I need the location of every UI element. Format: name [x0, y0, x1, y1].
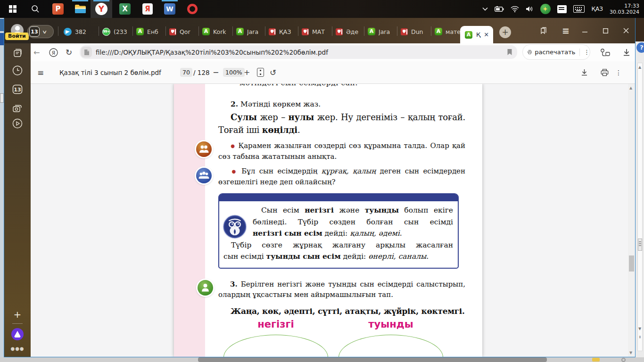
rotate-icon[interactable]: ↺: [270, 61, 276, 83]
downloads-icon[interactable]: [623, 43, 630, 61]
taskbar-yandex-browser-icon[interactable]: Y: [91, 0, 112, 18]
tabs-panel-icon[interactable]: [12, 48, 23, 58]
battery-icon[interactable]: [495, 6, 504, 12]
alice-assistant-icon[interactable]: [10, 327, 25, 341]
pdf-scrollbar[interactable]: ▲ ▼: [628, 84, 635, 357]
tab[interactable]: AKork: [202, 25, 226, 38]
back-icon[interactable]: ←: [33, 43, 43, 61]
zoom-in-icon[interactable]: +: [244, 61, 250, 83]
book-page: мәтіндегі сын есімдерді сан. 2. Мәтінді …: [174, 84, 482, 357]
clipped-text-line: мәтіндегі сын есімдерді сан.: [218, 84, 465, 90]
file-icon: [81, 47, 92, 58]
rule-line-5: сын есімді туынды сын есім дейді: өнерлі…: [223, 251, 453, 263]
pinned-tab-telegram[interactable]: 382: [64, 25, 86, 38]
collections-flag-icon[interactable]: [536, 18, 550, 43]
bullet-task-2: ● Бұл сын есімдердің құрғақ, қалың деген…: [218, 166, 465, 187]
grammar-rule-box: Сын есім негізгі және туынды болып екіге…: [218, 193, 459, 269]
taskbar-opera-icon[interactable]: [183, 0, 201, 18]
a-site-icon: A: [236, 28, 244, 35]
calendar-13-icon[interactable]: 13: [12, 84, 23, 95]
taskbar-powerpoint-icon[interactable]: P: [49, 0, 67, 18]
shield-site-icon: [169, 28, 176, 35]
pdf-download-icon[interactable]: [581, 61, 588, 83]
exercise-3-heading: 3. Берілген негізгі және туынды сын есім…: [218, 279, 465, 300]
shield-site-icon: [401, 28, 408, 35]
rule-line-2: бөлінеді. Түбір сөзден болған сын есімді: [253, 216, 453, 228]
taskbar-excel-icon[interactable]: X: [116, 0, 134, 18]
tab-group-pill[interactable]: 13 ∨: [27, 25, 54, 38]
window-close[interactable]: [620, 18, 632, 43]
start-button[interactable]: [4, 0, 22, 18]
a-site-icon: A: [368, 28, 375, 35]
reload-icon[interactable]: ↻: [66, 43, 75, 61]
history-icon[interactable]: [12, 65, 23, 76]
window-minimize[interactable]: [578, 18, 591, 43]
telegram-icon: [64, 28, 72, 36]
background-window-bottom: [0, 357, 644, 362]
scroll-down-icon[interactable]: ▼: [629, 351, 632, 355]
new-tab-button[interactable]: +: [499, 26, 511, 38]
address-bar: ← Я ↻ file:///D:/ОҚУЛЫҚТАР/Қазақ%20тілі%…: [31, 43, 635, 61]
scroll-up-icon[interactable]: ▲: [629, 86, 632, 90]
pdf-filename: Қазақ тілі 3 сынып 2 бөлім.pdf: [59, 61, 161, 83]
yandex-services-icon[interactable]: Я: [49, 43, 58, 61]
bookmark-flag-icon[interactable]: [507, 49, 512, 56]
taskbar-explorer-icon[interactable]: [71, 0, 89, 18]
zoom-out-icon[interactable]: −: [213, 61, 219, 83]
tab[interactable]: Dun: [401, 25, 423, 38]
exercise-2-heading: 2. Мәтінді көркем жаз.: [218, 99, 465, 108]
notifications-icon[interactable]: [557, 5, 567, 13]
background-window-edge: ? ▲ ▼ ⇞: [636, 18, 644, 362]
pdf-more-icon[interactable]: ⋮: [615, 61, 622, 83]
tab[interactable]: AЕнб: [136, 25, 158, 38]
taskbar-search-icon[interactable]: [26, 0, 44, 18]
signin-badge[interactable]: Войти: [5, 33, 29, 40]
antivirus-icon[interactable]: [540, 4, 551, 14]
pdf-sidebar-toggle-icon[interactable]: ≡: [37, 61, 44, 83]
a-site-icon: A: [136, 28, 144, 35]
label-basic: негізгі: [223, 319, 328, 330]
tab[interactable]: Qor: [169, 25, 190, 38]
pdf-print-icon[interactable]: [601, 61, 609, 83]
pdf-view-area: мәтіндегі сын есімдерді сан. 2. Мәтінді …: [31, 84, 628, 357]
taskbar-yandex-icon[interactable]: Я: [139, 0, 157, 18]
tab[interactable]: AJara: [236, 25, 258, 38]
taskbar-word-icon[interactable]: W: [161, 0, 179, 18]
browser-menu-icon[interactable]: ≡: [560, 18, 572, 43]
sidebar-more-icon[interactable]: ●●●: [10, 346, 24, 351]
window-maximize[interactable]: [599, 18, 611, 43]
tab-group-count: 13: [29, 26, 40, 37]
collections-icon[interactable]: [600, 43, 611, 61]
tab[interactable]: Әде: [336, 25, 358, 38]
pinned-tab-whatsapp[interactable]: 99+ (233: [102, 25, 127, 38]
label-derived: туынды: [339, 319, 443, 330]
print-options-icon[interactable]: ⋮: [584, 49, 590, 56]
wifi-icon[interactable]: [511, 6, 519, 12]
svg-text:Я: Я: [52, 49, 55, 55]
tab-close-icon[interactable]: ✕: [484, 31, 489, 38]
print-button[interactable]: распечатать ⋮: [522, 44, 590, 60]
hidden-icons-chevron[interactable]: [482, 7, 488, 11]
printer-icon: [528, 48, 532, 56]
tab[interactable]: ҚАЗ: [269, 25, 291, 38]
tab[interactable]: AJara: [368, 25, 390, 38]
page-margin-band: [174, 84, 205, 357]
video-play-icon[interactable]: [12, 118, 23, 129]
fit-page-icon[interactable]: [257, 61, 264, 83]
taskbar-clock[interactable]: 17:33 30.03.2024: [610, 3, 639, 15]
keyboard-icon[interactable]: [573, 5, 585, 13]
tab[interactable]: МАТ: [302, 25, 325, 38]
scrollbar-thumb[interactable]: [629, 255, 634, 272]
zoom-level[interactable]: 100%: [223, 61, 245, 83]
oval-basic: [223, 335, 328, 357]
language-indicator[interactable]: ҚАЗ: [592, 6, 603, 12]
screenshot-icon[interactable]: [12, 103, 23, 114]
pdf-page-current[interactable]: 70: [180, 61, 192, 83]
sidebar-add-icon[interactable]: +: [14, 309, 22, 320]
volume-icon[interactable]: [526, 6, 534, 12]
url-field[interactable]: file:///D:/ОҚУЛЫҚТАР/Қазақ%20тілі%203%20…: [80, 45, 517, 59]
tab[interactable]: Aмате: [435, 25, 461, 38]
exercise-3-words: Жаңа, көк, әдепті, сүтті, атақты, жүйрік…: [218, 306, 465, 316]
active-tab[interactable]: A Қ ✕: [460, 26, 493, 43]
windows-taskbar: P Y X Я W: [0, 0, 644, 18]
